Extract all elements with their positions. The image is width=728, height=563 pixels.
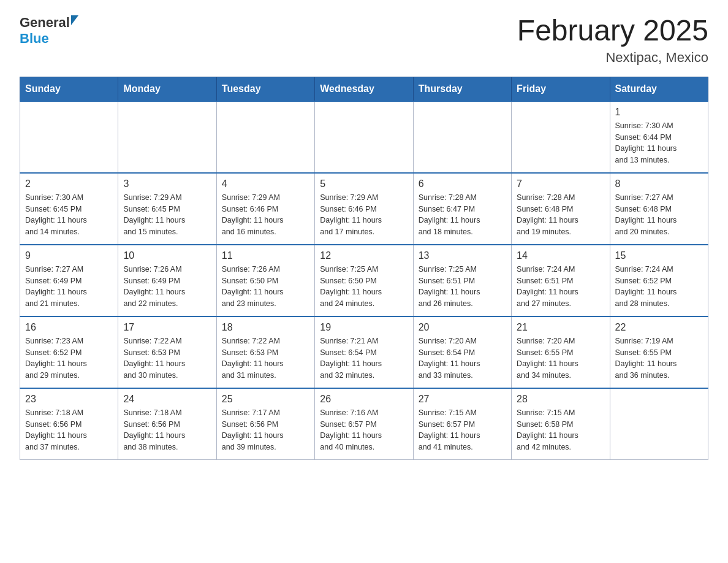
table-row: 25Sunrise: 7:17 AMSunset: 6:56 PMDayligh…: [216, 388, 314, 460]
table-row: [216, 101, 314, 173]
day-info: Sunrise: 7:27 AMSunset: 6:48 PMDaylight:…: [615, 192, 703, 238]
day-info: Sunrise: 7:15 AMSunset: 6:57 PMDaylight:…: [419, 407, 506, 453]
logo-general: General: [20, 15, 70, 31]
day-info: Sunrise: 7:15 AMSunset: 6:58 PMDaylight:…: [517, 407, 604, 453]
calendar-table: Sunday Monday Tuesday Wednesday Thursday…: [20, 77, 708, 460]
day-number: 10: [123, 250, 211, 261]
day-number: 4: [222, 178, 309, 190]
day-number: 11: [222, 250, 309, 261]
table-row: 14Sunrise: 7:24 AMSunset: 6:51 PMDayligh…: [512, 245, 610, 316]
header-friday: Friday: [512, 77, 610, 101]
day-info: Sunrise: 7:20 AMSunset: 6:55 PMDaylight:…: [517, 335, 604, 381]
table-row: 1Sunrise: 7:30 AMSunset: 6:44 PMDaylight…: [610, 101, 708, 173]
day-info: Sunrise: 7:18 AMSunset: 6:56 PMDaylight:…: [25, 407, 113, 453]
table-row: 21Sunrise: 7:20 AMSunset: 6:55 PMDayligh…: [512, 316, 610, 388]
table-row: 12Sunrise: 7:25 AMSunset: 6:50 PMDayligh…: [315, 245, 413, 316]
table-row: 26Sunrise: 7:16 AMSunset: 6:57 PMDayligh…: [315, 388, 413, 460]
day-info: Sunrise: 7:28 AMSunset: 6:47 PMDaylight:…: [419, 192, 506, 238]
day-number: 23: [25, 394, 113, 405]
table-row: 9Sunrise: 7:27 AMSunset: 6:49 PMDaylight…: [20, 245, 118, 316]
day-number: 2: [25, 178, 113, 190]
day-number: 6: [419, 178, 506, 190]
day-info: Sunrise: 7:23 AMSunset: 6:52 PMDaylight:…: [25, 335, 113, 381]
table-row: 23Sunrise: 7:18 AMSunset: 6:56 PMDayligh…: [20, 388, 118, 460]
day-info: Sunrise: 7:18 AMSunset: 6:56 PMDaylight:…: [123, 407, 211, 453]
day-number: 21: [517, 322, 604, 333]
calendar-week-row: 23Sunrise: 7:18 AMSunset: 6:56 PMDayligh…: [20, 388, 708, 460]
day-number: 20: [419, 322, 506, 333]
table-row: 10Sunrise: 7:26 AMSunset: 6:49 PMDayligh…: [118, 245, 216, 316]
day-number: 13: [419, 250, 506, 261]
day-number: 3: [123, 178, 211, 190]
table-row: 16Sunrise: 7:23 AMSunset: 6:52 PMDayligh…: [20, 316, 118, 388]
day-number: 12: [320, 250, 408, 261]
table-row: 24Sunrise: 7:18 AMSunset: 6:56 PMDayligh…: [118, 388, 216, 460]
day-number: 15: [615, 250, 703, 261]
day-info: Sunrise: 7:30 AMSunset: 6:45 PMDaylight:…: [25, 192, 113, 238]
day-number: 17: [123, 322, 211, 333]
day-number: 27: [419, 394, 506, 405]
day-number: 28: [517, 394, 604, 405]
table-row: 4Sunrise: 7:29 AMSunset: 6:46 PMDaylight…: [216, 173, 314, 245]
day-info: Sunrise: 7:22 AMSunset: 6:53 PMDaylight:…: [222, 335, 309, 381]
table-row: 27Sunrise: 7:15 AMSunset: 6:57 PMDayligh…: [413, 388, 511, 460]
day-number: 9: [25, 250, 113, 261]
logo: General Blue: [20, 15, 78, 47]
day-info: Sunrise: 7:20 AMSunset: 6:54 PMDaylight:…: [419, 335, 506, 381]
header-tuesday: Tuesday: [216, 77, 314, 101]
calendar-week-row: 2Sunrise: 7:30 AMSunset: 6:45 PMDaylight…: [20, 173, 708, 245]
calendar-week-row: 16Sunrise: 7:23 AMSunset: 6:52 PMDayligh…: [20, 316, 708, 388]
table-row: [20, 101, 118, 173]
day-number: 24: [123, 394, 211, 405]
day-info: Sunrise: 7:22 AMSunset: 6:53 PMDaylight:…: [123, 335, 211, 381]
table-row: 18Sunrise: 7:22 AMSunset: 6:53 PMDayligh…: [216, 316, 314, 388]
day-info: Sunrise: 7:25 AMSunset: 6:50 PMDaylight:…: [320, 264, 408, 310]
day-info: Sunrise: 7:17 AMSunset: 6:56 PMDaylight:…: [222, 407, 309, 453]
calendar-week-row: 9Sunrise: 7:27 AMSunset: 6:49 PMDaylight…: [20, 245, 708, 316]
day-info: Sunrise: 7:16 AMSunset: 6:57 PMDaylight:…: [320, 407, 408, 453]
day-info: Sunrise: 7:28 AMSunset: 6:48 PMDaylight:…: [517, 192, 604, 238]
day-info: Sunrise: 7:27 AMSunset: 6:49 PMDaylight:…: [25, 264, 113, 310]
day-info: Sunrise: 7:24 AMSunset: 6:51 PMDaylight:…: [517, 264, 604, 310]
table-row: [512, 101, 610, 173]
day-info: Sunrise: 7:29 AMSunset: 6:46 PMDaylight:…: [320, 192, 408, 238]
day-number: 14: [517, 250, 604, 261]
table-row: 15Sunrise: 7:24 AMSunset: 6:52 PMDayligh…: [610, 245, 708, 316]
day-info: Sunrise: 7:30 AMSunset: 6:44 PMDaylight:…: [615, 120, 703, 166]
day-info: Sunrise: 7:29 AMSunset: 6:45 PMDaylight:…: [123, 192, 211, 238]
table-row: 19Sunrise: 7:21 AMSunset: 6:54 PMDayligh…: [315, 316, 413, 388]
day-info: Sunrise: 7:19 AMSunset: 6:55 PMDaylight:…: [615, 335, 703, 381]
day-info: Sunrise: 7:24 AMSunset: 6:52 PMDaylight:…: [615, 264, 703, 310]
day-number: 8: [615, 178, 703, 190]
table-row: 13Sunrise: 7:25 AMSunset: 6:51 PMDayligh…: [413, 245, 511, 316]
day-info: Sunrise: 7:29 AMSunset: 6:46 PMDaylight:…: [222, 192, 309, 238]
table-row: 28Sunrise: 7:15 AMSunset: 6:58 PMDayligh…: [512, 388, 610, 460]
day-info: Sunrise: 7:26 AMSunset: 6:49 PMDaylight:…: [123, 264, 211, 310]
header-wednesday: Wednesday: [315, 77, 413, 101]
page-header: General Blue February 2025 Nextipac, Mex…: [20, 15, 708, 66]
table-row: 17Sunrise: 7:22 AMSunset: 6:53 PMDayligh…: [118, 316, 216, 388]
table-row: 11Sunrise: 7:26 AMSunset: 6:50 PMDayligh…: [216, 245, 314, 316]
header-monday: Monday: [118, 77, 216, 101]
table-row: [610, 388, 708, 460]
day-number: 25: [222, 394, 309, 405]
title-block: February 2025 Nextipac, Mexico: [517, 15, 708, 66]
day-number: 26: [320, 394, 408, 405]
table-row: [118, 101, 216, 173]
location: Nextipac, Mexico: [517, 50, 708, 66]
table-row: [315, 101, 413, 173]
day-info: Sunrise: 7:25 AMSunset: 6:51 PMDaylight:…: [419, 264, 506, 310]
day-number: 1: [615, 107, 703, 118]
calendar-header-row: Sunday Monday Tuesday Wednesday Thursday…: [20, 77, 708, 101]
table-row: 3Sunrise: 7:29 AMSunset: 6:45 PMDaylight…: [118, 173, 216, 245]
table-row: 7Sunrise: 7:28 AMSunset: 6:48 PMDaylight…: [512, 173, 610, 245]
header-saturday: Saturday: [610, 77, 708, 101]
day-number: 19: [320, 322, 408, 333]
header-sunday: Sunday: [20, 77, 118, 101]
table-row: 20Sunrise: 7:20 AMSunset: 6:54 PMDayligh…: [413, 316, 511, 388]
day-info: Sunrise: 7:26 AMSunset: 6:50 PMDaylight:…: [222, 264, 309, 310]
day-number: 5: [320, 178, 408, 190]
table-row: 5Sunrise: 7:29 AMSunset: 6:46 PMDaylight…: [315, 173, 413, 245]
table-row: 2Sunrise: 7:30 AMSunset: 6:45 PMDaylight…: [20, 173, 118, 245]
day-info: Sunrise: 7:21 AMSunset: 6:54 PMDaylight:…: [320, 335, 408, 381]
